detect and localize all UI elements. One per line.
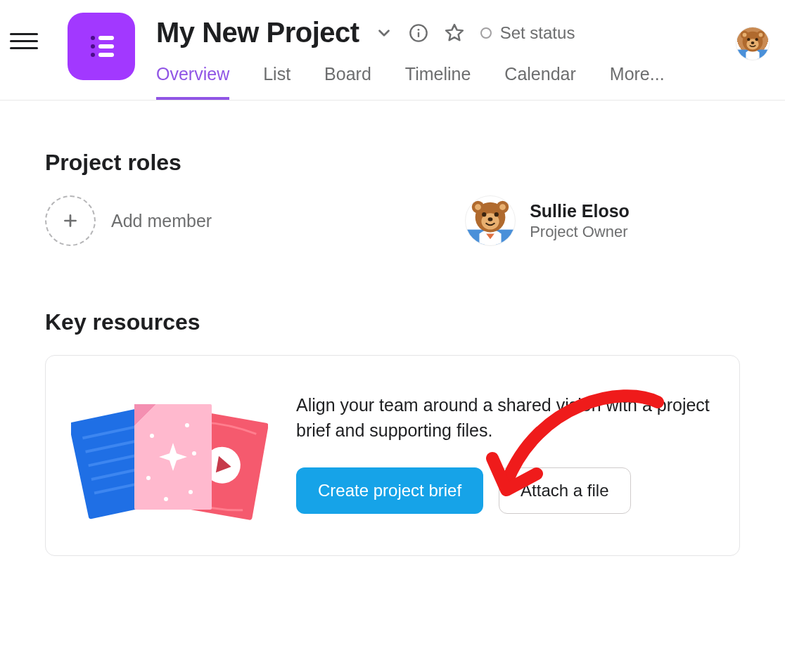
- svg-point-41: [146, 476, 151, 480]
- title-row: My New Project Set status: [156, 13, 771, 49]
- svg-point-39: [185, 423, 189, 427]
- svg-point-0: [91, 36, 95, 40]
- svg-point-23: [475, 204, 481, 210]
- resources-description: Align your team around a shared vision w…: [296, 392, 714, 444]
- tab-overview[interactable]: Overview: [156, 64, 229, 100]
- resources-buttons: Create project brief Attach a file: [296, 467, 714, 514]
- tab-list[interactable]: List: [263, 64, 291, 100]
- svg-point-17: [755, 38, 758, 41]
- bear-avatar-icon: [736, 27, 769, 60]
- svg-point-2: [91, 44, 95, 49]
- key-resources-card: Align your team around a shared vision w…: [45, 355, 740, 556]
- svg-point-18: [751, 41, 755, 44]
- list-icon: [84, 30, 118, 63]
- star-icon: [444, 22, 465, 44]
- svg-rect-3: [98, 44, 114, 49]
- svg-point-40: [192, 451, 196, 455]
- project-header: My New Project Set status Overview List …: [0, 0, 785, 101]
- create-project-brief-button[interactable]: Create project brief: [296, 467, 483, 514]
- svg-rect-1: [98, 36, 114, 40]
- project-roles-heading: Project roles: [45, 150, 740, 176]
- svg-point-28: [488, 217, 493, 221]
- svg-rect-8: [417, 32, 419, 37]
- owner-info: Sullie Eloso Project Owner: [530, 201, 630, 241]
- svg-point-26: [482, 212, 486, 217]
- resources-body: Align your team around a shared vision w…: [296, 387, 714, 514]
- title-column: My New Project Set status Overview List …: [156, 13, 771, 100]
- svg-point-13: [743, 33, 747, 37]
- project-title[interactable]: My New Project: [156, 17, 359, 49]
- overview-content: Project roles Add member: [0, 101, 785, 584]
- plus-circle-icon: [45, 195, 96, 246]
- svg-point-24: [499, 204, 506, 210]
- owner-avatar: [465, 195, 516, 246]
- owner-role: Project Owner: [530, 223, 630, 241]
- bear-avatar-icon: [466, 195, 515, 245]
- tab-calendar[interactable]: Calendar: [504, 64, 575, 100]
- user-avatar-button[interactable]: [736, 27, 770, 60]
- status-dot-icon: [480, 27, 492, 39]
- menu-toggle-button[interactable]: [10, 27, 38, 55]
- attach-file-button[interactable]: Attach a file: [499, 467, 630, 514]
- svg-point-38: [150, 434, 154, 438]
- info-icon: [409, 23, 428, 43]
- info-button[interactable]: [409, 23, 428, 43]
- project-owner-item[interactable]: Sullie Eloso Project Owner: [465, 195, 630, 246]
- project-icon[interactable]: [68, 13, 135, 80]
- tab-board[interactable]: Board: [324, 64, 371, 100]
- status-label: Set status: [500, 23, 575, 43]
- plus-icon: [61, 212, 79, 230]
- chevron-down-icon: [375, 24, 393, 42]
- favorite-button[interactable]: [444, 22, 465, 44]
- svg-point-14: [759, 33, 763, 37]
- project-tabs: Overview List Board Timeline Calendar Mo…: [156, 64, 771, 100]
- svg-rect-5: [98, 53, 114, 57]
- svg-point-43: [164, 497, 168, 501]
- svg-point-27: [494, 212, 499, 217]
- resources-illustration: [71, 387, 268, 520]
- svg-point-7: [417, 28, 419, 30]
- svg-point-4: [91, 53, 95, 57]
- title-dropdown-button[interactable]: [375, 24, 393, 42]
- owner-name: Sullie Eloso: [530, 201, 630, 221]
- add-member-button[interactable]: Add member: [45, 195, 212, 246]
- roles-row: Add member: [45, 195, 740, 246]
- add-member-label: Add member: [111, 211, 212, 231]
- tab-timeline[interactable]: Timeline: [405, 64, 471, 100]
- key-resources-heading: Key resources: [45, 309, 740, 335]
- svg-point-42: [189, 490, 193, 494]
- tab-more[interactable]: More...: [610, 64, 665, 100]
- set-status-button[interactable]: Set status: [480, 23, 575, 43]
- svg-point-16: [747, 38, 750, 41]
